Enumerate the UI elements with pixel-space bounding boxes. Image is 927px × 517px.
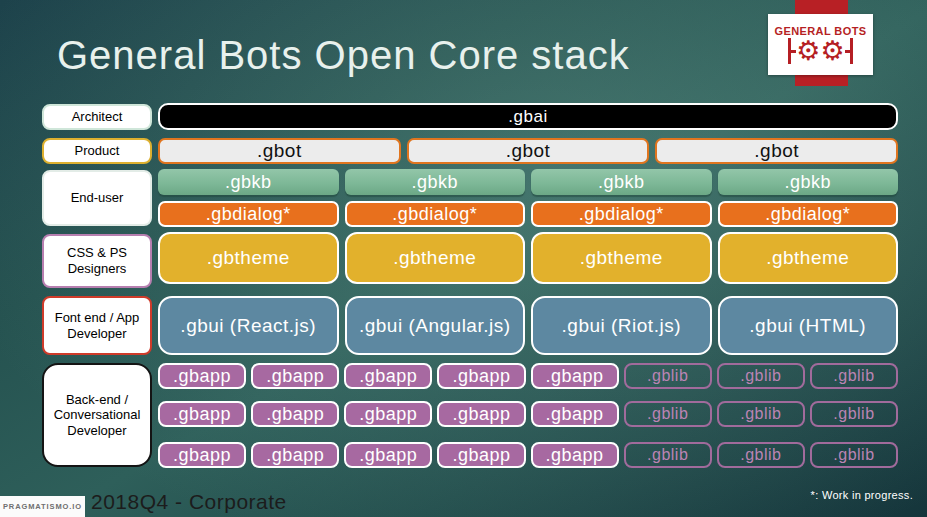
stack-box-gbapp: .gbapp <box>158 442 246 468</box>
stack-row-gbdialog: .gbdialog*.gbdialog*.gbdialog*.gbdialog* <box>158 201 898 227</box>
role-label-end-user: End-user <box>42 170 152 226</box>
stack-box-gbdialog: .gbdialog* <box>531 201 712 227</box>
stack-row-gbai: .gbai <box>158 103 898 130</box>
stack-box-gbapp: .gbapp <box>531 401 619 427</box>
stack-box-gblib: .gblib <box>717 363 805 389</box>
stack-box-gbapp: .gbapp <box>531 442 619 468</box>
stack-box-gbapp: .gbapp <box>344 363 432 389</box>
stack-box-gbtheme: .gbtheme <box>718 232 899 284</box>
stack-box-gblib: .gblib <box>810 401 898 427</box>
stack-box-gbot: .gbot <box>655 138 898 164</box>
stack-box-gbapp: .gbapp <box>251 442 339 468</box>
stack-row-gbot: .gbot.gbot.gbot <box>158 138 898 164</box>
stack-box-gbtheme: .gbtheme <box>158 232 339 284</box>
stack-box-gbot: .gbot <box>158 138 401 164</box>
gear-icon: ⚙ <box>796 38 820 64</box>
stack-box-gbapp: .gbapp <box>344 442 432 468</box>
stack-box-gbapp: .gbapp <box>437 442 525 468</box>
stack-box-gbui: .gbui (React.js) <box>158 296 339 355</box>
stack-box-gblib: .gblib <box>624 442 712 468</box>
stack-box-gbai: .gbai <box>158 103 898 130</box>
gear-icon: ⚙ <box>821 38 845 64</box>
stack-box-gbapp: .gbapp <box>251 363 339 389</box>
gears-icon: ⚙⚙ <box>788 38 852 64</box>
stack-box-gbapp: .gbapp <box>158 363 246 389</box>
stack-box-gblib: .gblib <box>717 401 805 427</box>
stack-box-gbui: .gbui (Riot.js) <box>531 296 712 355</box>
stack-box-gbkb: .gbkb <box>531 169 712 195</box>
stack-box-gbapp: .gbapp <box>437 363 525 389</box>
stack-box-gbui: .gbui (HTML) <box>718 296 899 355</box>
stack-row-gbui: .gbui (React.js).gbui (Angular.js).gbui … <box>158 296 898 355</box>
role-label-product: Product <box>42 138 152 164</box>
work-in-progress-note: *: Work in progress. <box>811 489 913 501</box>
role-label-css-ps-designers: CSS & PS Designers <box>42 234 152 288</box>
stack-box-gbdialog: .gbdialog* <box>345 201 526 227</box>
gear-bar-icon <box>850 38 853 64</box>
stack-row-gbapp-gblib-2: .gbapp.gbapp.gbapp.gbapp.gbapp.gblib.gbl… <box>158 401 898 427</box>
stack-box-gbapp: .gbapp <box>344 401 432 427</box>
stack-box-gbkb: .gbkb <box>158 169 339 195</box>
role-label-backend-conversational-developer: Back-end / Conversational Developer <box>42 363 152 467</box>
stack-box-gbkb: .gbkb <box>718 169 899 195</box>
stack-box-gbtheme: .gbtheme <box>345 232 526 284</box>
stack-box-gblib: .gblib <box>810 442 898 468</box>
stack-box-gbdialog: .gbdialog* <box>718 201 899 227</box>
stack-box-gbapp: .gbapp <box>531 363 619 389</box>
stack-box-gblib: .gblib <box>810 363 898 389</box>
footer-quarter-label: 2018Q4 - Corporate <box>91 490 287 514</box>
stack-box-gbtheme: .gbtheme <box>531 232 712 284</box>
stack-row-gbapp-gblib-3: .gbapp.gbapp.gbapp.gbapp.gbapp.gblib.gbl… <box>158 442 898 468</box>
slide: General Bots Open Core stack GENERAL BOT… <box>0 0 927 517</box>
stack-box-gbapp: .gbapp <box>437 401 525 427</box>
stack-box-gbkb: .gbkb <box>345 169 526 195</box>
stack-row-gbkb: .gbkb.gbkb.gbkb.gbkb <box>158 169 898 195</box>
stack-row-gbtheme: .gbtheme.gbtheme.gbtheme.gbtheme <box>158 232 898 284</box>
stack-row-gbapp-gblib-1: .gbapp.gbapp.gbapp.gbapp.gbapp.gblib.gbl… <box>158 363 898 389</box>
stack-box-gbapp: .gbapp <box>251 401 339 427</box>
role-label-architect: Architect <box>42 104 152 130</box>
page-title: General Bots Open Core stack <box>57 33 630 78</box>
stack-box-gbui: .gbui (Angular.js) <box>345 296 526 355</box>
stack-box-gblib: .gblib <box>717 442 805 468</box>
stack-box-gbdialog: .gbdialog* <box>158 201 339 227</box>
stack-box-gbot: .gbot <box>407 138 650 164</box>
stack-box-gblib: .gblib <box>624 401 712 427</box>
general-bots-logo: GENERAL BOTS ⚙⚙ <box>768 14 873 75</box>
stack-box-gbapp: .gbapp <box>158 401 246 427</box>
stack-box-gblib: .gblib <box>624 363 712 389</box>
role-label-frontend-app-developer: Font end / App Developer <box>42 296 152 355</box>
pragmatismo-brand-badge: PRAGMATISMO.IO <box>0 496 85 517</box>
